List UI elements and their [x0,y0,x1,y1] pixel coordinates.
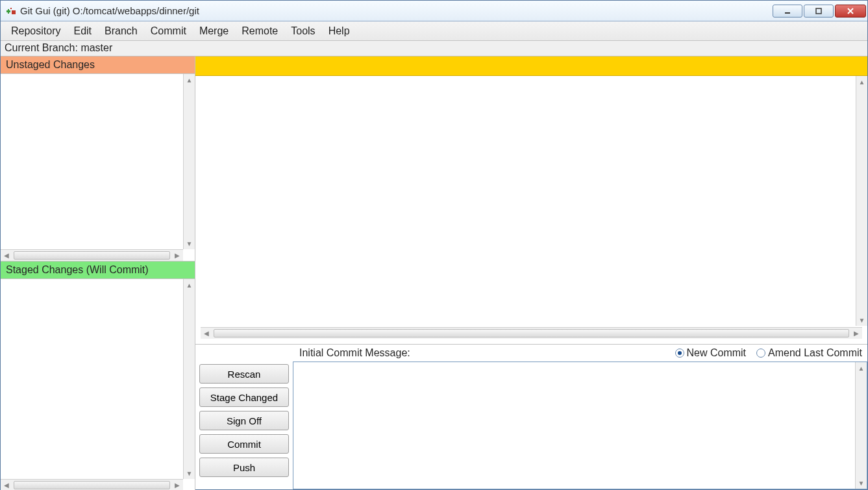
main-area: Unstaged Changes ▲ ▼ ◀ ▶ Staged Changes … [1,56,867,490]
close-button[interactable] [835,5,866,18]
branch-status: Current Branch: master [1,41,867,56]
scroll-thumb[interactable] [214,329,849,337]
rescan-button[interactable]: Rescan [199,364,289,384]
scroll-up-icon[interactable]: ▲ [184,279,195,291]
menu-repository[interactable]: Repository [5,23,67,40]
radio-new-commit[interactable]: New Commit [675,347,747,359]
scroll-up-icon[interactable]: ▲ [184,74,195,86]
svg-rect-2 [10,8,12,9]
scroll-right-icon[interactable]: ▶ [171,480,183,490]
staged-header: Staged Changes (Will Commit) [1,262,195,279]
menu-tools[interactable]: Tools [284,23,321,40]
scroll-track[interactable] [856,88,867,314]
menu-help[interactable]: Help [322,23,356,40]
unstaged-list[interactable]: ▲ ▼ ◀ ▶ [1,74,195,261]
window-title: Git Gui (git) O:/tomcat/webapps/dinner/g… [20,5,771,16]
commit-message-input[interactable] [295,363,854,487]
diff-hscroll[interactable]: ◀ ▶ [201,327,862,339]
radio-amend-commit[interactable]: Amend Last Commit [756,347,862,359]
unstaged-pane: Unstaged Changes ▲ ▼ ◀ ▶ [1,56,195,262]
scroll-left-icon[interactable]: ◀ [1,250,12,261]
titlebar: Git Gui (git) O:/tomcat/webapps/dinner/g… [1,1,867,21]
scroll-right-icon[interactable]: ▶ [171,250,183,261]
left-column: Unstaged Changes ▲ ▼ ◀ ▶ Staged Changes … [1,56,195,490]
svg-rect-4 [785,12,790,14]
git-gui-window: Git Gui (git) O:/tomcat/webapps/dinner/g… [0,0,868,490]
scroll-track[interactable] [12,480,171,490]
commit-button[interactable]: Commit [199,434,289,454]
svg-rect-3 [12,10,16,14]
app-icon [6,6,16,16]
commit-type-radio-group: New Commit Amend Last Commit [675,347,863,359]
diff-panel: ▲ ▼ ◀ ▶ [195,56,867,344]
push-button[interactable]: Push [199,458,289,477]
commit-msg-vscroll[interactable]: ▲ ▼ [855,362,867,489]
unstaged-vscroll[interactable]: ▲ ▼ [183,74,195,249]
commit-body: Rescan Stage Changed Sign Off Commit Pus… [195,361,867,490]
scroll-track[interactable] [856,374,867,477]
radio-amend-commit-label: Amend Last Commit [768,347,862,359]
scroll-down-icon[interactable]: ▼ [856,477,867,489]
menu-remote[interactable]: Remote [235,23,284,40]
scroll-down-icon[interactable]: ▼ [184,238,195,249]
menu-commit[interactable]: Commit [144,23,193,40]
scroll-right-icon[interactable]: ▶ [850,328,862,339]
scroll-track[interactable] [12,250,171,261]
minimize-button[interactable] [773,5,802,18]
scroll-up-icon[interactable]: ▲ [856,76,867,88]
menu-branch[interactable]: Branch [98,23,144,40]
menu-merge[interactable]: Merge [193,23,235,40]
scroll-down-icon[interactable]: ▼ [856,314,867,326]
svg-rect-5 [816,8,821,14]
scroll-left-icon[interactable]: ◀ [1,480,12,490]
radio-unchecked-icon [756,349,765,358]
maximize-button[interactable] [804,5,834,18]
scroll-up-icon[interactable]: ▲ [856,362,867,374]
commit-panel: Initial Commit Message: New Commit Amend… [195,344,867,490]
staged-list[interactable]: ▲ ▼ ◀ ▶ [1,279,195,490]
scroll-track[interactable] [184,291,195,467]
staged-vscroll[interactable]: ▲ ▼ [183,279,195,479]
staged-hscroll[interactable]: ◀ ▶ [1,479,183,490]
scroll-down-icon[interactable]: ▼ [184,467,195,479]
scroll-thumb[interactable] [14,251,170,260]
scroll-track[interactable] [184,86,195,238]
staged-pane: Staged Changes (Will Commit) ▲ ▼ ◀ ▶ [1,262,195,490]
svg-rect-1 [8,9,9,14]
window-controls [771,5,866,18]
commit-header: Initial Commit Message: New Commit Amend… [195,345,867,361]
unstaged-hscroll[interactable]: ◀ ▶ [1,249,183,261]
diff-vscroll[interactable]: ▲ ▼ [856,76,867,326]
unstaged-header: Unstaged Changes [1,56,195,74]
commit-buttons: Rescan Stage Changed Sign Off Commit Pus… [195,361,293,490]
radio-checked-icon [675,349,684,358]
diff-header [195,56,867,76]
menu-edit[interactable]: Edit [67,23,98,40]
scroll-thumb[interactable] [14,481,170,489]
diff-view[interactable]: ▲ ▼ [195,76,867,326]
scroll-left-icon[interactable]: ◀ [201,328,212,339]
right-column: ▲ ▼ ◀ ▶ Initial Commit Message: [195,56,867,490]
stage-changed-button[interactable]: Stage Changed [199,387,289,407]
menubar: Repository Edit Branch Commit Merge Remo… [1,21,867,41]
radio-new-commit-label: New Commit [687,347,747,359]
scroll-track[interactable] [212,328,850,339]
commit-message-container: ▲ ▼ [293,361,867,489]
commit-message-label: Initial Commit Message: [299,347,410,359]
sign-off-button[interactable]: Sign Off [199,411,289,430]
